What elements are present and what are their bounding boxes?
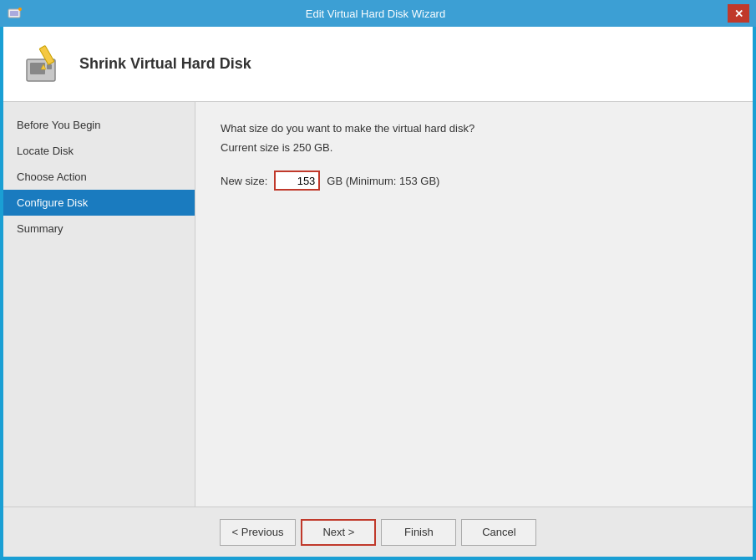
sidebar-item-summary[interactable]: Summary <box>3 216 195 242</box>
main-content: What size do you want to make the virtua… <box>195 102 753 507</box>
finish-button[interactable]: Finish <box>381 519 456 546</box>
cancel-button[interactable]: Cancel <box>461 519 536 546</box>
new-size-suffix: GB (Minimum: 153 GB) <box>327 175 439 187</box>
new-size-label: New size: <box>221 175 267 187</box>
footer-area: < Previous Next > Finish Cancel <box>3 507 753 557</box>
new-size-row: New size: GB (Minimum: 153 GB) <box>221 171 728 191</box>
titlebar: Edit Virtual Hard Disk Wizard ✕ <box>0 0 756 27</box>
current-size-text: Current size is 250 GB. <box>221 141 728 154</box>
svg-point-2 <box>18 8 22 11</box>
sidebar-item-before-you-begin[interactable]: Before You Begin <box>3 112 195 138</box>
sidebar: Before You Begin Locate Disk Choose Acti… <box>3 102 195 507</box>
sidebar-item-configure-disk[interactable]: Configure Disk <box>3 190 195 216</box>
question-text: What size do you want to make the virtua… <box>221 122 728 135</box>
sidebar-item-choose-action[interactable]: Choose Action <box>3 164 195 190</box>
window-body: Shrink Virtual Hard Disk Before You Begi… <box>3 27 753 557</box>
sidebar-item-locate-disk[interactable]: Locate Disk <box>3 138 195 164</box>
close-button[interactable]: ✕ <box>728 4 749 23</box>
disk-icon <box>20 41 66 87</box>
svg-rect-5 <box>47 64 52 69</box>
app-icon <box>7 5 23 22</box>
page-title: Shrink Virtual Hard Disk <box>79 55 251 73</box>
content-area: Before You Begin Locate Disk Choose Acti… <box>3 102 753 507</box>
svg-rect-1 <box>10 11 18 16</box>
header-area: Shrink Virtual Hard Disk <box>3 27 753 102</box>
previous-button[interactable]: < Previous <box>220 519 297 546</box>
new-size-input[interactable] <box>274 171 320 191</box>
next-button[interactable]: Next > <box>301 519 376 546</box>
wizard-window: Edit Virtual Hard Disk Wizard ✕ Shrink V… <box>0 0 756 560</box>
window-title: Edit Virtual Hard Disk Wizard <box>23 8 728 20</box>
